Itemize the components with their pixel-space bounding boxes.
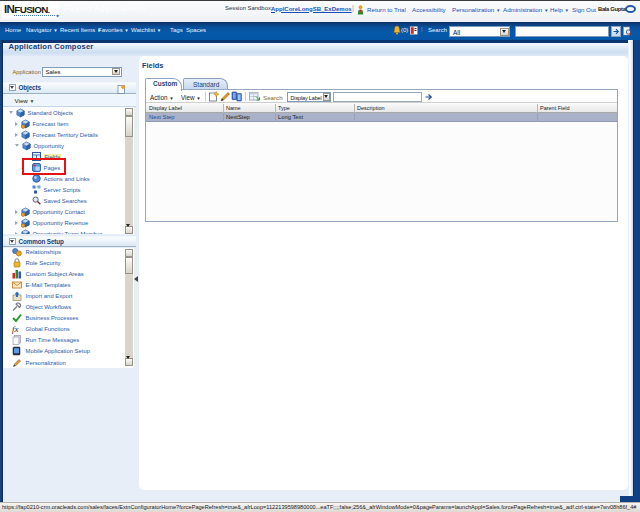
svg-text:fx: fx xyxy=(12,324,19,334)
